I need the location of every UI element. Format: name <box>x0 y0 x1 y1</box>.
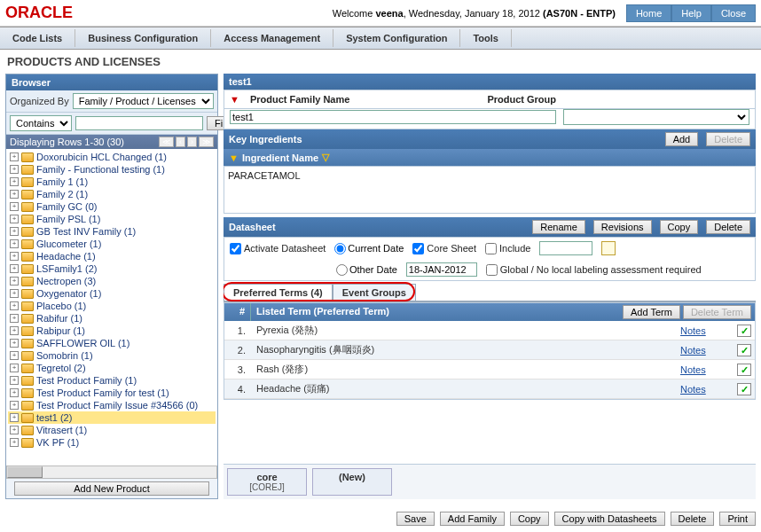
tree-item[interactable]: +Family PSL (1) <box>8 213 216 225</box>
tree-item[interactable]: +Nectropen (3) <box>8 275 216 287</box>
tree-item[interactable]: +SAFFLOWER OIL (1) <box>8 337 216 349</box>
current-date-radio[interactable]: Current Date <box>334 243 404 254</box>
sort-icon[interactable]: ▽ <box>322 152 329 163</box>
notes-link[interactable]: Notes <box>680 345 706 356</box>
expand-icon[interactable]: + <box>10 165 19 174</box>
tree-item[interactable]: +Test Product Family Issue #34566 (0) <box>8 399 216 411</box>
other-date-radio[interactable]: Other Date <box>336 264 397 276</box>
activate-datasheet-checkbox[interactable]: Activate Datasheet <box>230 243 326 254</box>
notes-link[interactable]: Notes <box>680 384 706 395</box>
expand-icon[interactable]: + <box>10 190 19 199</box>
footer-copy-button[interactable]: Copy <box>510 512 549 526</box>
check-icon[interactable]: ✓ <box>737 325 751 337</box>
expand-icon[interactable]: + <box>10 376 19 385</box>
add-new-product-button[interactable]: Add New Product <box>14 481 209 496</box>
notes-link[interactable]: Notes <box>680 364 706 375</box>
expand-icon[interactable]: + <box>10 289 19 298</box>
include-checkbox[interactable]: Include <box>485 243 530 254</box>
other-date-input[interactable] <box>406 262 477 277</box>
copy-with-datasheets-button[interactable]: Copy with Datasheets <box>554 512 665 526</box>
expand-icon[interactable]: + <box>10 438 19 447</box>
menu-access-mgmt[interactable]: Access Management <box>211 29 333 47</box>
expand-icon[interactable]: + <box>10 264 19 273</box>
tree-item[interactable]: +Test Product Family for test (1) <box>8 387 216 399</box>
product-group-select[interactable] <box>563 109 749 125</box>
expand-icon[interactable]: + <box>10 339 19 348</box>
nav-first-icon[interactable]: ≪ <box>159 137 174 147</box>
horizontal-scrollbar[interactable] <box>6 466 217 479</box>
expand-icon[interactable]: + <box>10 351 19 360</box>
expand-icon[interactable]: + <box>10 177 19 186</box>
rename-button[interactable]: Rename <box>532 220 585 234</box>
expand-icon[interactable]: + <box>10 326 19 335</box>
product-tree[interactable]: +Doxorubicin HCL Changed (1)+Family - Fu… <box>6 149 217 466</box>
tree-item[interactable]: +Vitrasert (1) <box>8 424 216 436</box>
expand-icon[interactable]: + <box>10 227 19 236</box>
term-row[interactable]: 4.Headache (頭痛)Notes✓ <box>224 379 755 399</box>
global-nolocal-checkbox[interactable]: Global / No local labeling assessment re… <box>486 264 702 276</box>
tree-item[interactable]: +Family - Functional testing (1) <box>8 163 216 176</box>
expand-icon[interactable]: + <box>10 252 19 261</box>
expand-icon[interactable]: + <box>10 239 19 248</box>
tree-item[interactable]: +VK PF (1) <box>8 436 216 449</box>
tree-item[interactable]: +Somobrin (1) <box>8 349 216 362</box>
home-link[interactable]: Home <box>626 4 671 22</box>
add-ingredient-button[interactable]: Add <box>665 132 699 146</box>
expand-icon[interactable]: + <box>10 413 19 422</box>
tree-item[interactable]: +Glucometer (1) <box>8 238 216 250</box>
datasheet-note-icon[interactable] <box>601 241 616 255</box>
notes-link[interactable]: Notes <box>680 325 706 336</box>
expand-icon[interactable]: + <box>10 202 19 211</box>
close-link[interactable]: Close <box>711 4 756 22</box>
expand-icon[interactable]: + <box>10 215 19 223</box>
expand-icon[interactable]: + <box>10 388 19 397</box>
check-icon[interactable]: ✓ <box>737 344 751 356</box>
tree-item[interactable]: +Family 2 (1) <box>8 188 216 200</box>
expand-icon[interactable]: + <box>10 301 19 310</box>
print-button[interactable]: Print <box>719 512 756 526</box>
expand-icon[interactable]: + <box>10 426 19 434</box>
delete-button[interactable]: Delete <box>706 220 750 234</box>
copy-button[interactable]: Copy <box>660 220 699 234</box>
expand-icon[interactable]: + <box>10 364 19 372</box>
tree-item[interactable]: +Doxorubicin HCL Changed (1) <box>8 151 216 163</box>
nav-prev-icon[interactable]: ‹ <box>176 137 185 147</box>
save-button[interactable]: Save <box>396 512 435 526</box>
check-icon[interactable]: ✓ <box>737 383 751 395</box>
tab-preferred-terms[interactable]: Preferred Terms (4) <box>224 284 333 301</box>
tree-item[interactable]: +Headache (1) <box>8 250 216 262</box>
expand-icon[interactable]: + <box>10 401 19 410</box>
menu-system-config[interactable]: System Configuration <box>333 29 460 47</box>
tree-item[interactable]: +Placebo (1) <box>8 300 216 312</box>
tree-item[interactable]: +Family GC (0) <box>8 200 216 213</box>
tree-item[interactable]: +Family 1 (1) <box>8 176 216 188</box>
core-sheet-checkbox[interactable]: Core Sheet <box>412 243 476 254</box>
nav-last-icon[interactable]: ≫ <box>199 137 214 147</box>
revisions-button[interactable]: Revisions <box>593 220 652 234</box>
new-subtab[interactable]: (New) <box>312 468 392 496</box>
tree-item[interactable]: +Test Product Family (1) <box>8 374 216 387</box>
tree-item[interactable]: +Rabifur (1) <box>8 312 216 325</box>
contains-select[interactable]: Contains <box>10 115 72 131</box>
menu-business-config[interactable]: Business Configuration <box>75 29 211 47</box>
menu-tools[interactable]: Tools <box>460 29 512 47</box>
core-subtab[interactable]: core [COREJ] <box>227 468 307 496</box>
expand-icon[interactable]: + <box>10 153 19 161</box>
product-family-name-input[interactable] <box>230 110 556 124</box>
check-icon[interactable]: ✓ <box>737 364 751 376</box>
include-input[interactable] <box>539 241 592 255</box>
organized-by-select[interactable]: Family / Product / Licenses <box>73 93 214 109</box>
menu-code-lists[interactable]: Code Lists <box>0 29 75 47</box>
help-link[interactable]: Help <box>671 4 711 22</box>
term-row[interactable]: 1.Pyrexia (発熱)Notes✓ <box>224 321 755 340</box>
tree-item[interactable]: +LSFamily1 (2) <box>8 262 216 275</box>
add-family-button[interactable]: Add Family <box>440 512 505 526</box>
tree-item[interactable]: +Oxygenator (1) <box>8 287 216 300</box>
nav-next-icon[interactable]: › <box>187 137 197 147</box>
delete-term-button[interactable]: Delete Term <box>683 305 751 319</box>
tree-item[interactable]: +GB Test INV Family (1) <box>8 225 216 238</box>
delete-ingredient-button[interactable]: Delete <box>706 132 750 146</box>
term-row[interactable]: 2.Nasopharyngitis (鼻咽頭炎)Notes✓ <box>224 340 755 360</box>
expand-icon[interactable]: + <box>10 277 19 286</box>
tree-item[interactable]: +Rabipur (1) <box>8 325 216 337</box>
